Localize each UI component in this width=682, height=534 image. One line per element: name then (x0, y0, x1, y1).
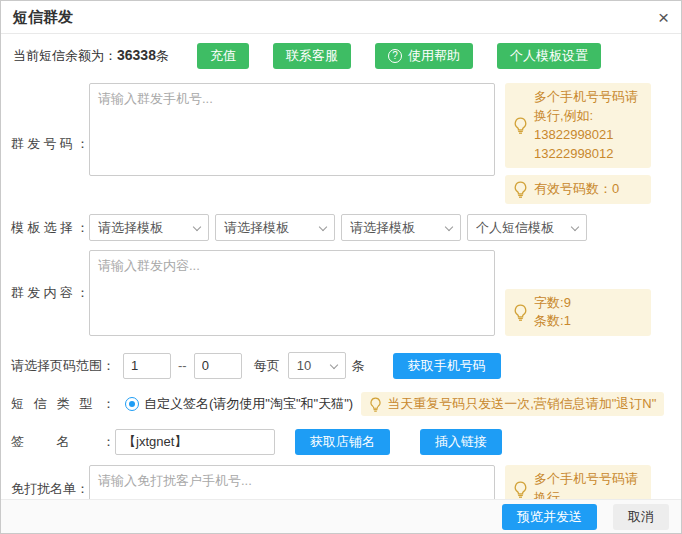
radio-dot (129, 401, 135, 407)
get-shop-name-button[interactable]: 获取店铺名 (295, 429, 390, 455)
hint-example-2: 13222998012 (534, 145, 643, 164)
content-input[interactable] (89, 250, 495, 336)
page-range-row: 请选择页码范围： -- 每页 10 条 获取手机号码 (1, 352, 681, 379)
recipients-hints: 多个手机号号码请换行,例如: 13822998021 13222998012 有… (505, 83, 651, 204)
signature-label: 签名： (11, 433, 115, 451)
sms-type-label: 短信类型： (11, 395, 115, 413)
duplicate-hint-text: 当天重复号码只发送一次,营销信息请加"退订N" (387, 395, 656, 413)
valid-count-text: 有效号码数：0 (534, 180, 619, 199)
lightbulb-icon (513, 181, 528, 198)
count-hint-text: 字数:9 条数:1 (534, 294, 571, 332)
signature-input[interactable] (115, 429, 275, 455)
multiline-hint: 多个手机号号码请换行,例如: 13822998021 13222998012 (505, 83, 651, 168)
lightbulb-icon (513, 481, 528, 498)
template-row: 模板选择： 请选择模板 请选择模板 请选择模板 个人短信模板 (1, 214, 681, 241)
page-from-input[interactable] (123, 353, 171, 379)
personal-template-select-wrap: 个人短信模板 (467, 214, 587, 241)
custom-signature-radio-label: 自定义签名(请勿使用"淘宝"和"天猫") (144, 395, 353, 413)
char-count-label: 字数: (534, 295, 564, 310)
per-page-label: 每页 (254, 357, 280, 375)
msg-count-label: 条数: (534, 313, 564, 328)
balance-label: 当前短信余额为： (13, 48, 117, 63)
char-count-value: 9 (564, 295, 571, 310)
fetch-numbers-button[interactable]: 获取手机号码 (393, 353, 501, 379)
personal-template-select[interactable]: 个人短信模板 (467, 214, 587, 241)
help-button[interactable]: ? 使用帮助 (375, 43, 473, 69)
content-label: 群发内容： (11, 284, 89, 302)
valid-count-value: 0 (612, 181, 619, 196)
per-page-unit: 条 (352, 357, 365, 375)
recipients-row: 群发号码： 多个手机号号码请换行,例如: 13822998021 1322299… (1, 83, 681, 204)
per-page-select[interactable]: 10 (288, 352, 346, 379)
close-icon[interactable]: × (658, 8, 669, 27)
sms-balance: 当前短信余额为：36338条 (13, 47, 169, 65)
signature-row: 签名： 获取店铺名 插入链接 (1, 429, 681, 455)
content-row: 群发内容： 字数:9 条数:1 (1, 250, 681, 336)
valid-count-label: 有效号码数： (534, 181, 612, 196)
template-select-2[interactable]: 请选择模板 (215, 214, 335, 241)
balance-toolbar: 当前短信余额为：36338条 充值 联系客服 ? 使用帮助 个人模板设置 (1, 43, 681, 69)
lightbulb-icon (513, 304, 528, 321)
lightbulb-icon (369, 397, 382, 412)
hint-line: 多个手机号号码请换行,例如: (534, 88, 643, 126)
custom-signature-radio[interactable] (125, 397, 139, 411)
dnd-label: 免打扰名单： (11, 480, 89, 498)
template-select-2-wrap: 请选择模板 (215, 214, 335, 241)
hint-example-1: 13822998021 (534, 126, 643, 145)
template-select-3-wrap: 请选择模板 (341, 214, 461, 241)
lightbulb-icon (513, 117, 528, 134)
dialog-footer: 预览并发送 取消 (1, 499, 681, 533)
valid-count-hint: 有效号码数：0 (505, 175, 651, 204)
personal-template-button[interactable]: 个人模板设置 (497, 43, 601, 69)
template-select-3[interactable]: 请选择模板 (341, 214, 461, 241)
recharge-button[interactable]: 充值 (197, 43, 249, 69)
help-button-label: 使用帮助 (408, 47, 460, 65)
sms-bulk-send-dialog: 短信群发 × 当前短信余额为：36338条 充值 联系客服 ? 使用帮助 个人模… (0, 0, 682, 534)
msg-count-value: 1 (564, 313, 571, 328)
char-count: 字数:9 (534, 294, 571, 313)
recipients-label: 群发号码： (11, 135, 89, 153)
count-hint: 字数:9 条数:1 (505, 289, 651, 337)
template-select-1-wrap: 请选择模板 (89, 214, 209, 241)
balance-value: 36338 (117, 47, 156, 63)
template-label: 模板选择： (11, 219, 89, 237)
sms-type-row: 短信类型： 自定义签名(请勿使用"淘宝"和"天猫") 当天重复号码只发送一次,营… (1, 392, 681, 416)
duplicate-hint: 当天重复号码只发送一次,营销信息请加"退订N" (361, 392, 664, 416)
msg-count: 条数:1 (534, 312, 571, 331)
dialog-header: 短信群发 × (1, 1, 681, 34)
per-page-select-wrap: 10 (288, 352, 346, 379)
recipients-input[interactable] (89, 83, 495, 176)
dialog-title: 短信群发 (13, 8, 73, 27)
preview-send-button[interactable]: 预览并发送 (502, 504, 597, 530)
page-to-input[interactable] (194, 353, 242, 379)
template-select-1[interactable]: 请选择模板 (89, 214, 209, 241)
multiline-hint-text: 多个手机号号码请换行,例如: 13822998021 13222998012 (534, 88, 643, 163)
page-range-label: 请选择页码范围： (11, 357, 115, 375)
content-hints: 字数:9 条数:1 (505, 250, 651, 336)
contact-support-button[interactable]: 联系客服 (273, 43, 351, 69)
cancel-button[interactable]: 取消 (613, 504, 669, 530)
balance-unit: 条 (156, 48, 169, 63)
insert-link-button[interactable]: 插入链接 (420, 429, 502, 455)
question-icon: ? (388, 49, 402, 63)
range-separator: -- (178, 358, 187, 373)
